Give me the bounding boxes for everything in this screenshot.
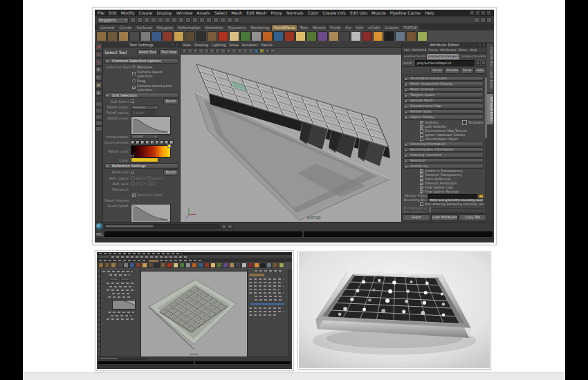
attribute-editor-menu-item[interactable]: Show [459, 48, 468, 52]
snap-point-icon[interactable] [178, 17, 184, 23]
shelf-icon[interactable] [362, 31, 372, 41]
checkbox[interactable] [420, 202, 423, 206]
textured-icon[interactable] [254, 48, 259, 53]
attribute-editor-menu-item[interactable]: List [404, 48, 410, 52]
soft-mod-tool-icon[interactable] [95, 89, 102, 96]
panel-collapse-icon[interactable] [478, 43, 481, 46]
checkbox[interactable] [132, 193, 136, 197]
viewport-menu-item[interactable]: Panels [261, 43, 273, 47]
safe-title-icon[interactable] [237, 48, 242, 53]
shelf-tab[interactable]: Polygons [155, 25, 175, 30]
tool-settings-row[interactable]: Falloff mode: Volume [104, 105, 178, 110]
shelf-tab[interactable]: Toon [297, 25, 310, 30]
shaded-icon[interactable] [248, 48, 253, 53]
sidebar-toggle-icon[interactable] [486, 17, 492, 23]
reset-tool-button[interactable]: Reset Tool [137, 49, 158, 55]
shelf-icon[interactable] [96, 31, 107, 41]
wireframe-icon[interactable] [243, 48, 248, 53]
shelf-icon[interactable] [151, 31, 162, 41]
snap-curve-icon[interactable] [172, 17, 177, 23]
menu-item[interactable]: Proxy [270, 10, 282, 15]
attribute-row[interactable]: Ghosting Information [403, 142, 484, 146]
menu-item[interactable]: Normals [286, 10, 304, 15]
shelf-tab[interactable]: Fur [343, 25, 353, 30]
shelf-icon[interactable] [251, 31, 261, 41]
footer-button[interactable]: Select [403, 214, 430, 221]
snap-plane-icon[interactable] [185, 17, 191, 23]
four-pane-layout-icon[interactable] [95, 108, 102, 113]
viewport-menu-item[interactable]: Show [229, 43, 239, 47]
checkbox[interactable] [132, 72, 136, 75]
attribute-row[interactable]: Object Display [403, 115, 484, 120]
film-gate-icon[interactable] [215, 48, 220, 53]
attribute-row[interactable]: Selection [403, 158, 484, 163]
checkbox[interactable] [131, 171, 134, 174]
tool-settings-row[interactable]: Soft Selection [104, 93, 178, 98]
bookmark-icon[interactable] [199, 48, 203, 53]
attribute-row[interactable]: Mesh Controls [403, 87, 484, 92]
shelf-tab[interactable]: Muscle [311, 25, 327, 30]
checkbox[interactable] [420, 178, 423, 181]
shelf-icon[interactable] [406, 31, 416, 41]
reset-button[interactable]: Reset [163, 169, 178, 175]
panel-collapse-icon[interactable] [171, 43, 174, 46]
menu-item[interactable]: Create [139, 10, 153, 15]
outliner-pane-layout-icon[interactable] [95, 126, 102, 132]
shelf-icon[interactable] [329, 31, 339, 41]
node-tab[interactable]: polySurface19 [403, 54, 426, 59]
tool-settings-row[interactable]: Refl. space: World Object [104, 176, 178, 181]
tool-settings-row[interactable]: Soft Select [104, 99, 178, 104]
checkbox[interactable] [420, 137, 423, 141]
checkbox[interactable] [132, 65, 136, 68]
slider-track[interactable] [428, 208, 484, 209]
shelf-icon[interactable] [284, 31, 295, 41]
pin-icon[interactable] [476, 61, 480, 65]
attribute-row[interactable]: Drawing Overrides [403, 153, 484, 158]
tool-settings-row[interactable]: Falloff color: [104, 145, 178, 157]
shelf-icon[interactable] [395, 31, 405, 41]
grid-icon[interactable] [210, 48, 214, 53]
xray-icon[interactable] [270, 48, 275, 53]
command-line-input[interactable] [104, 231, 302, 237]
lock-camera-icon[interactable] [187, 48, 192, 53]
window-corner-icon[interactable] [470, 10, 475, 15]
ipr-render-icon[interactable] [227, 17, 232, 23]
shelf-icon[interactable] [196, 31, 206, 41]
select-camera-icon[interactable] [182, 48, 187, 53]
checkbox[interactable] [420, 182, 423, 185]
tool-settings-row[interactable]: Refl. axis: X Y Z [104, 182, 178, 187]
slider-track[interactable] [428, 212, 484, 213]
resolution-gate-icon[interactable] [221, 48, 226, 53]
viewport-menu-item[interactable]: Shading [194, 43, 208, 47]
mesh-name-field[interactable]: polySurfaceShape19 [415, 60, 475, 66]
checkbox[interactable] [131, 99, 134, 103]
node-tab[interactable]: polySurfaceShape19 [427, 54, 459, 59]
viewport-menu-item[interactable]: View [183, 43, 191, 47]
menu-item[interactable]: Edit UVs [350, 10, 367, 15]
tool-settings-row[interactable]: Drag [104, 78, 178, 83]
color-swatch[interactable] [131, 158, 158, 162]
checkbox[interactable] [132, 86, 136, 89]
menu-item[interactable]: Pipeline Cache [390, 10, 421, 15]
save-scene-icon[interactable] [144, 17, 149, 23]
horizontal-scrollbar[interactable] [104, 224, 220, 229]
window-corner-icon[interactable] [475, 10, 480, 15]
attribute-row[interactable]: Mesh Component Display [403, 82, 484, 86]
menu-item[interactable]: Muscle [371, 10, 386, 15]
checkbox[interactable] [420, 186, 423, 189]
shelf-icon[interactable] [240, 31, 250, 41]
side-button[interactable]: Focus [430, 68, 443, 74]
tool-settings-row[interactable]: Reflection [104, 169, 178, 175]
shelf-icon[interactable] [273, 31, 284, 41]
value-field[interactable]: 5.0000 [131, 111, 156, 115]
checkbox[interactable] [420, 190, 423, 193]
checkbox[interactable] [420, 129, 423, 133]
shelf-icon[interactable] [118, 31, 129, 41]
shelf-tab[interactable]: General [98, 25, 116, 30]
menu-item[interactable]: Color [308, 10, 319, 15]
attribute-row[interactable]: Bounding Box Information [403, 147, 484, 152]
two-pane-side-layout-icon[interactable] [95, 120, 102, 126]
attribute-row[interactable]: mental ray [403, 164, 484, 169]
show-manipulator-icon[interactable] [474, 17, 479, 23]
render-current-frame-icon[interactable] [220, 17, 226, 23]
